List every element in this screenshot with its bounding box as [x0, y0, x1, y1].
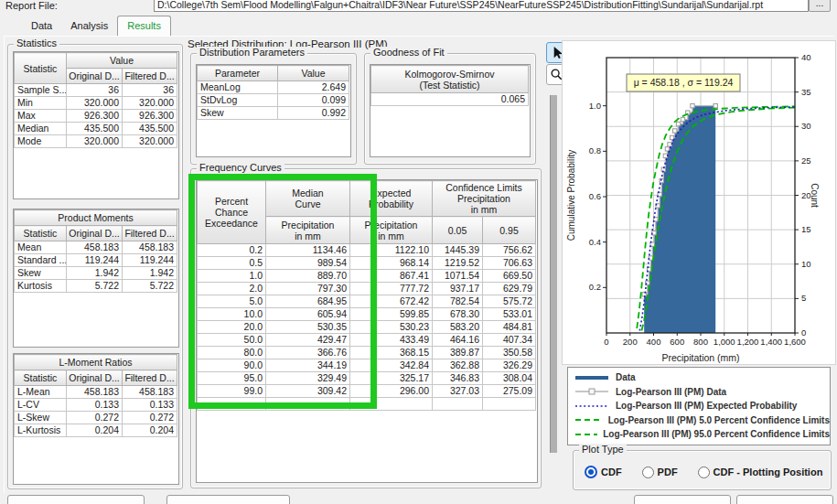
table-row[interactable]: Mode320.000320.000 — [15, 135, 177, 148]
table-cell[interactable]: 0.272 — [123, 412, 177, 424]
table-cell[interactable]: 342.84 — [350, 359, 433, 372]
table-cell[interactable]: 484.81 — [483, 321, 536, 334]
bottom-button-3[interactable] — [634, 495, 731, 504]
table-row[interactable]: 2.0797.30777.72937.17629.79 — [198, 283, 536, 295]
table-cell[interactable]: 678.30 — [433, 308, 483, 321]
table-row[interactable]: L-Skew0.2720.272 — [15, 412, 177, 424]
table-cell[interactable]: 756.62 — [483, 244, 536, 257]
table-cell[interactable]: 530.35 — [266, 321, 350, 334]
table-cell[interactable]: 706.63 — [483, 257, 536, 270]
table-cell[interactable]: 320.000 — [123, 97, 177, 110]
table-cell[interactable]: MeanLog — [198, 81, 278, 94]
table-cell[interactable]: 296.00 — [350, 385, 433, 398]
table-row[interactable] — [198, 398, 536, 411]
table-cell[interactable]: 0.133 — [67, 399, 123, 412]
table-cell[interactable]: 320.000 — [67, 135, 123, 148]
table-cell[interactable]: 0.992 — [278, 107, 349, 120]
table-cell[interactable]: 119.244 — [67, 254, 123, 267]
table-cell[interactable]: 429.47 — [266, 334, 350, 347]
table-cell[interactable]: 362.88 — [433, 359, 483, 372]
tab-results[interactable]: Results — [117, 16, 171, 36]
radio-pdf[interactable]: PDF — [642, 466, 678, 478]
table-cell[interactable]: 325.17 — [350, 372, 433, 385]
table-cell[interactable]: 782.54 — [433, 295, 483, 308]
table-cell[interactable]: 0.272 — [67, 412, 123, 424]
table-cell[interactable]: 119.244 — [123, 254, 177, 267]
table-row[interactable]: 0.21134.461122.101445.39756.62 — [198, 244, 536, 257]
table-row[interactable]: Skew0.992 — [198, 107, 349, 120]
table-cell[interactable]: 435.500 — [67, 123, 123, 135]
table-cell[interactable]: 867.41 — [350, 270, 433, 283]
table-row[interactable]: L-Mean458.183458.183 — [15, 386, 177, 399]
test-statistic-value[interactable]: 0.065 — [371, 93, 529, 106]
table-row[interactable]: Sample S...3636 — [15, 84, 177, 97]
table-row[interactable]: 50.0429.47433.49464.16407.34 — [198, 334, 536, 347]
table-cell[interactable]: 366.76 — [266, 347, 350, 359]
table-cell[interactable]: 458.183 — [67, 386, 123, 399]
table-row[interactable]: MeanLog2.649 — [198, 81, 349, 94]
table-cell[interactable]: 36 — [67, 84, 123, 97]
radio-button-icon[interactable] — [642, 466, 654, 478]
table-row[interactable]: Max926.300926.300 — [15, 110, 177, 123]
table-cell[interactable]: 1071.54 — [433, 270, 483, 283]
table-cell[interactable]: 629.79 — [483, 283, 536, 295]
table-cell[interactable]: 346.83 — [433, 372, 483, 385]
table-row[interactable]: Min320.000320.000 — [15, 97, 177, 110]
table-cell[interactable]: 464.16 — [433, 334, 483, 347]
table-cell[interactable]: 1.0 — [198, 270, 266, 283]
table-cell[interactable]: 320.000 — [67, 97, 123, 110]
table-cell[interactable]: Mean — [15, 241, 67, 254]
table-row[interactable]: Median435.500435.500 — [15, 123, 177, 135]
table-cell[interactable] — [483, 398, 536, 411]
table-cell[interactable]: 433.49 — [350, 334, 433, 347]
table-cell[interactable]: 0.2 — [198, 244, 266, 257]
table-cell[interactable]: 308.04 — [483, 372, 536, 385]
table-cell[interactable]: 672.42 — [350, 295, 433, 308]
table-cell[interactable]: Kurtosis — [15, 280, 67, 293]
cdf-chart[interactable]: 02004006008001,0001,2001,4001,6000.20.40… — [562, 40, 836, 365]
table-cell[interactable]: Skew — [15, 267, 67, 280]
table-row[interactable]: 80.0366.76368.15389.87350.58 — [198, 347, 536, 359]
radio-button-icon[interactable] — [585, 466, 597, 478]
table-cell[interactable] — [266, 398, 350, 411]
bottom-button-2[interactable] — [166, 495, 290, 504]
table-row[interactable]: 20.0530.35530.23583.20484.81 — [198, 321, 536, 334]
table-row[interactable]: 99.0309.42296.00327.03275.09 — [198, 385, 536, 398]
table-cell[interactable]: 937.17 — [433, 283, 483, 295]
table-row[interactable]: L-Kurtosis0.2040.204 — [15, 424, 177, 437]
table-cell[interactable]: 327.03 — [433, 385, 483, 398]
table-cell[interactable]: 320.000 — [123, 135, 177, 148]
table-cell[interactable]: 583.20 — [433, 321, 483, 334]
table-cell[interactable]: 777.72 — [350, 283, 433, 295]
table-cell[interactable]: L-Skew — [15, 412, 67, 424]
browse-button[interactable]: ... — [809, 0, 831, 12]
table-cell[interactable]: Max — [15, 110, 67, 123]
table-cell[interactable]: 309.42 — [266, 385, 350, 398]
table-cell[interactable]: L-CV — [15, 399, 67, 412]
table-cell[interactable]: 669.50 — [483, 270, 536, 283]
table-cell[interactable] — [433, 398, 483, 411]
table-cell[interactable]: L-Kurtosis — [15, 424, 67, 437]
table-cell[interactable]: 275.09 — [483, 385, 536, 398]
table-cell[interactable]: 1445.39 — [433, 244, 483, 257]
table-cell[interactable]: Mode — [15, 135, 67, 148]
bottom-button-1[interactable] — [7, 495, 145, 504]
radio-cdf[interactable]: CDF — [585, 466, 622, 478]
table-row[interactable]: Skew1.9421.942 — [15, 267, 177, 280]
table-cell[interactable]: 368.15 — [350, 347, 433, 359]
table-cell[interactable]: 20.0 — [198, 321, 266, 334]
table-cell[interactable]: 889.70 — [266, 270, 350, 283]
table-cell[interactable]: 0.099 — [278, 94, 349, 107]
table-cell[interactable]: 5.722 — [67, 280, 123, 293]
table-row[interactable]: 95.0329.49325.17346.83308.04 — [198, 372, 536, 385]
table-row[interactable]: 1.0889.70867.411071.54669.50 — [198, 270, 536, 283]
table-row[interactable]: 90.0344.19342.84362.88326.29 — [198, 359, 536, 372]
table-cell[interactable]: 0.133 — [123, 399, 177, 412]
table-row[interactable]: Kurtosis5.7225.722 — [15, 280, 177, 293]
table-cell[interactable]: 1.942 — [123, 267, 177, 280]
tab-data[interactable]: Data — [22, 16, 61, 36]
table-cell[interactable]: 458.183 — [123, 241, 177, 254]
table-cell[interactable]: 2.0 — [198, 283, 266, 295]
table-cell[interactable]: 95.0 — [198, 372, 266, 385]
table-row[interactable]: Standard ...119.244119.244 — [15, 254, 177, 267]
